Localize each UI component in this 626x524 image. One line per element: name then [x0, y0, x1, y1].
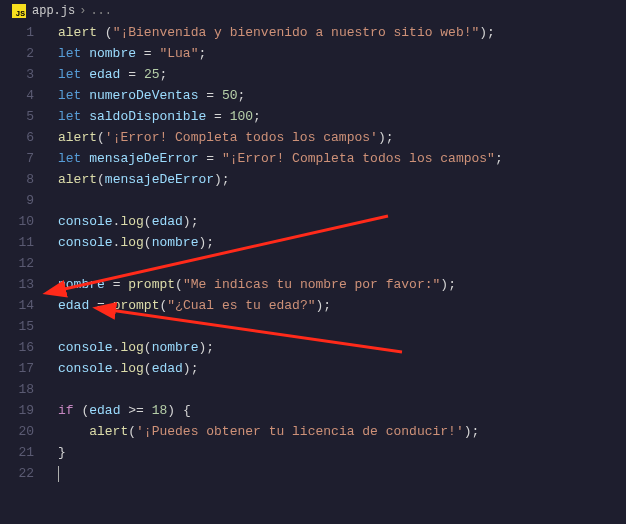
line-number: 7 — [0, 148, 34, 169]
code-line[interactable]: alert('¡Error! Completa todos los campos… — [46, 127, 626, 148]
code-line[interactable] — [46, 190, 626, 211]
code-line[interactable]: } — [46, 442, 626, 463]
line-number: 10 — [0, 211, 34, 232]
line-number: 22 — [0, 463, 34, 484]
code-line[interactable]: console.log(edad); — [46, 211, 626, 232]
line-number: 3 — [0, 64, 34, 85]
line-number: 15 — [0, 316, 34, 337]
code-line[interactable] — [46, 316, 626, 337]
code-line[interactable]: let nombre = "Lua"; — [46, 43, 626, 64]
line-number: 21 — [0, 442, 34, 463]
line-number: 2 — [0, 43, 34, 64]
code-line[interactable]: console.log(nombre); — [46, 337, 626, 358]
line-number: 11 — [0, 232, 34, 253]
line-number: 1 — [0, 22, 34, 43]
text-cursor — [58, 466, 59, 482]
code-line[interactable]: alert('¡Puedes obtener tu licencia de co… — [46, 421, 626, 442]
code-line[interactable] — [46, 379, 626, 400]
breadcrumb[interactable]: JS app.js › ... — [0, 0, 626, 22]
line-number: 8 — [0, 169, 34, 190]
code-line[interactable]: alert(mensajeDeError); — [46, 169, 626, 190]
code-line[interactable] — [46, 253, 626, 274]
code-line[interactable]: let numeroDeVentas = 50; — [46, 85, 626, 106]
code-area[interactable]: alert ("¡Bienvenida y bienvenido a nuest… — [46, 22, 626, 484]
line-number: 20 — [0, 421, 34, 442]
line-number-gutter: 1 2 3 4 5 6 7 8 9 10 11 12 13 14 15 16 1… — [0, 22, 46, 484]
code-line[interactable]: console.log(edad); — [46, 358, 626, 379]
code-line[interactable]: let mensajeDeError = "¡Error! Completa t… — [46, 148, 626, 169]
chevron-right-icon: › — [79, 4, 86, 18]
line-number: 13 — [0, 274, 34, 295]
line-number: 12 — [0, 253, 34, 274]
code-line[interactable]: nombre = prompt("Me indicas tu nombre po… — [46, 274, 626, 295]
line-number: 5 — [0, 106, 34, 127]
breadcrumb-filename[interactable]: app.js — [32, 4, 75, 18]
line-number: 16 — [0, 337, 34, 358]
js-file-icon: JS — [12, 4, 26, 18]
line-number: 9 — [0, 190, 34, 211]
breadcrumb-more[interactable]: ... — [90, 4, 112, 18]
line-number: 14 — [0, 295, 34, 316]
line-number: 19 — [0, 400, 34, 421]
line-number: 18 — [0, 379, 34, 400]
code-line[interactable] — [46, 463, 626, 484]
code-line[interactable]: edad = prompt("¿Cual es tu edad?"); — [46, 295, 626, 316]
code-line[interactable]: let edad = 25; — [46, 64, 626, 85]
code-editor[interactable]: 1 2 3 4 5 6 7 8 9 10 11 12 13 14 15 16 1… — [0, 22, 626, 484]
line-number: 6 — [0, 127, 34, 148]
code-line[interactable]: let saldoDisponible = 100; — [46, 106, 626, 127]
code-line[interactable]: console.log(nombre); — [46, 232, 626, 253]
line-number: 17 — [0, 358, 34, 379]
code-line[interactable]: alert ("¡Bienvenida y bienvenido a nuest… — [46, 22, 626, 43]
line-number: 4 — [0, 85, 34, 106]
code-line[interactable]: if (edad >= 18) { — [46, 400, 626, 421]
